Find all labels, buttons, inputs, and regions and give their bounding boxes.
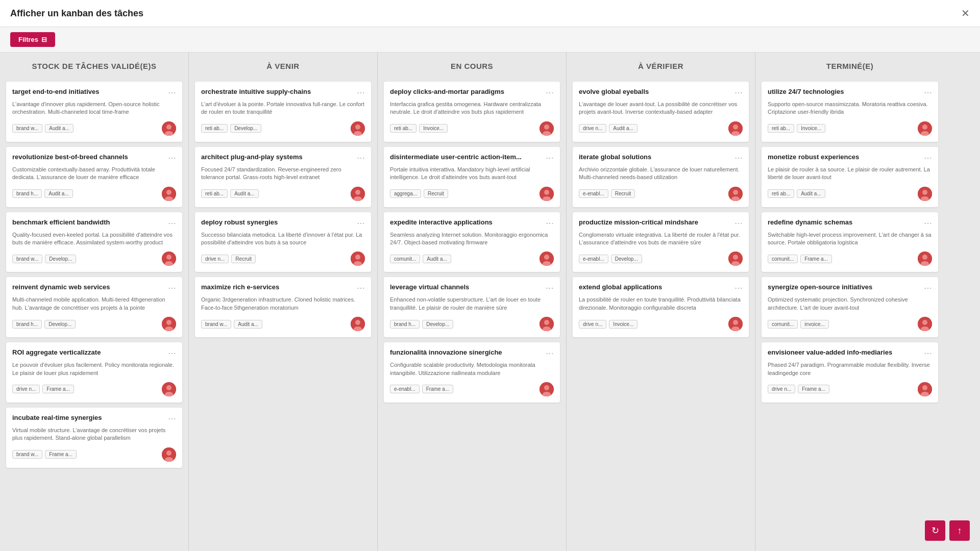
- card-tag[interactable]: Frame a...: [45, 450, 77, 459]
- card-tag[interactable]: comunit...: [390, 255, 420, 263]
- card-menu-icon[interactable]: ⋯: [168, 153, 176, 163]
- list-item[interactable]: utilize 24/7 technologies⋯Supporto open-…: [762, 82, 938, 142]
- list-item[interactable]: productize mission-critical mindshare⋯Co…: [573, 212, 749, 272]
- list-item[interactable]: benchmark efficient bandwidth⋯Quality-fo…: [6, 212, 182, 272]
- card-menu-icon[interactable]: ⋯: [168, 283, 176, 293]
- card-tag[interactable]: Frame a...: [800, 255, 832, 263]
- list-item[interactable]: deploy robust synergies⋯Successo bilanci…: [195, 212, 371, 272]
- list-item[interactable]: revolutionize best-of-breed channels⋯Cus…: [6, 147, 182, 207]
- card-tag[interactable]: Recruit: [231, 255, 256, 263]
- card-menu-icon[interactable]: ⋯: [168, 414, 176, 423]
- card-tag[interactable]: reti ab...: [768, 189, 794, 198]
- card-tag[interactable]: brand h...: [390, 320, 420, 329]
- card-tag[interactable]: drive n...: [579, 124, 606, 133]
- card-menu-icon[interactable]: ⋯: [357, 88, 365, 97]
- card-tag[interactable]: reti ab...: [201, 124, 228, 133]
- card-tag[interactable]: invoice...: [800, 320, 828, 329]
- card-menu-icon[interactable]: ⋯: [546, 153, 554, 163]
- card-tag[interactable]: Develop...: [44, 320, 76, 329]
- card-tag[interactable]: brand w...: [12, 450, 42, 459]
- card-tag[interactable]: Audit a...: [797, 189, 825, 198]
- card-tag[interactable]: Develop...: [45, 255, 76, 263]
- card-tag[interactable]: brand w...: [12, 255, 42, 263]
- card-menu-icon[interactable]: ⋯: [546, 348, 554, 358]
- refresh-button[interactable]: ↻: [925, 520, 945, 541]
- list-item[interactable]: disintermediate user-centric action-item…: [384, 147, 560, 207]
- card-tag[interactable]: Audit a...: [45, 124, 73, 133]
- card-tag[interactable]: Audit a...: [44, 189, 72, 198]
- card-menu-icon[interactable]: ⋯: [546, 218, 554, 228]
- card-tag[interactable]: Audit a...: [609, 124, 637, 133]
- list-item[interactable]: redefine dynamic schemas⋯Switchable high…: [762, 212, 938, 272]
- card-tag[interactable]: drive n...: [768, 385, 795, 393]
- close-button[interactable]: ✕: [961, 7, 970, 19]
- list-item[interactable]: expedite interactive applications⋯Seamle…: [384, 212, 560, 272]
- card-menu-icon[interactable]: ⋯: [357, 218, 365, 228]
- list-item[interactable]: synergize open-source initiatives⋯Optimi…: [762, 277, 938, 337]
- card-tag[interactable]: reti ab...: [390, 124, 416, 133]
- list-item[interactable]: evolve global eyeballs⋯L'avantage de lou…: [573, 82, 749, 142]
- card-tag[interactable]: Recruit: [611, 189, 635, 198]
- card-tag[interactable]: Audit a...: [230, 189, 258, 198]
- card-tag[interactable]: brand w...: [12, 124, 42, 133]
- card-tag[interactable]: e-enabl...: [390, 385, 420, 393]
- list-item[interactable]: architect plug-and-play systems⋯Focused …: [195, 147, 371, 207]
- card-menu-icon[interactable]: ⋯: [924, 153, 932, 163]
- card-tag[interactable]: aggrega...: [390, 189, 421, 198]
- card-menu-icon[interactable]: ⋯: [734, 153, 743, 163]
- card-tag[interactable]: Invoice...: [797, 124, 825, 133]
- card-tag[interactable]: Invoice...: [419, 124, 448, 133]
- card-tag[interactable]: comunit...: [768, 320, 798, 329]
- card-tag[interactable]: Develop...: [422, 320, 453, 329]
- list-item[interactable]: orchestrate intuitive supply-chains⋯L'ar…: [195, 82, 371, 142]
- card-tag[interactable]: Develop...: [611, 255, 642, 263]
- card-tag[interactable]: Audit a...: [234, 320, 262, 329]
- card-tag[interactable]: Frame a...: [798, 385, 829, 393]
- card-menu-icon[interactable]: ⋯: [357, 283, 365, 293]
- card-menu-icon[interactable]: ⋯: [357, 153, 365, 163]
- list-item[interactable]: deploy clicks-and-mortar paradigms⋯Inter…: [384, 82, 560, 142]
- card-menu-icon[interactable]: ⋯: [924, 218, 932, 228]
- card-tag[interactable]: brand h...: [12, 320, 42, 329]
- card-tag[interactable]: drive n...: [201, 255, 229, 263]
- card-menu-icon[interactable]: ⋯: [734, 218, 743, 228]
- list-item[interactable]: maximize rich e-services⋯Organic 3rdgene…: [195, 277, 371, 337]
- card-tag[interactable]: e-enabl...: [579, 255, 608, 263]
- card-tag[interactable]: Invoice...: [609, 320, 638, 329]
- list-item[interactable]: incubate real-time synergies⋯Virtual mob…: [6, 408, 182, 468]
- card-menu-icon[interactable]: ⋯: [546, 283, 554, 293]
- card-tag[interactable]: Develop...: [230, 124, 261, 133]
- card-menu-icon[interactable]: ⋯: [168, 348, 176, 358]
- card-menu-icon[interactable]: ⋯: [924, 283, 932, 293]
- list-item[interactable]: leverage virtual channels⋯Enhanced non-v…: [384, 277, 560, 337]
- list-item[interactable]: envisioneer value-added info-mediaries⋯P…: [762, 342, 938, 403]
- card-menu-icon[interactable]: ⋯: [168, 88, 176, 97]
- card-menu-icon[interactable]: ⋯: [168, 218, 176, 228]
- card-tag[interactable]: Recruit: [424, 189, 448, 198]
- card-menu-icon[interactable]: ⋯: [924, 88, 932, 97]
- card-tag[interactable]: reti ab...: [201, 189, 228, 198]
- card-tag[interactable]: Frame a...: [422, 385, 454, 393]
- list-item[interactable]: iterate global solutions⋯Archivio orizzo…: [573, 147, 749, 207]
- scroll-up-button[interactable]: ↑: [949, 520, 970, 541]
- list-item[interactable]: ROI aggregate verticalizzate⋯Le pouvoir …: [6, 342, 182, 403]
- card-tag[interactable]: e-enabl...: [579, 189, 608, 198]
- card-tag[interactable]: drive n...: [12, 385, 40, 393]
- card-tag[interactable]: brand h...: [12, 189, 42, 198]
- list-item[interactable]: reinvent dynamic web services⋯Multi-chan…: [6, 277, 182, 337]
- card-menu-icon[interactable]: ⋯: [734, 283, 743, 293]
- card-menu-icon[interactable]: ⋯: [734, 88, 743, 97]
- card-tag[interactable]: reti ab...: [768, 124, 794, 133]
- list-item[interactable]: target end-to-end initiatives⋯L'avantage…: [6, 82, 182, 142]
- card-menu-icon[interactable]: ⋯: [924, 348, 932, 358]
- list-item[interactable]: monetize robust experiences⋯Le plaisir d…: [762, 147, 938, 207]
- card-tag[interactable]: brand w...: [201, 320, 231, 329]
- card-menu-icon[interactable]: ⋯: [546, 88, 554, 97]
- card-tag[interactable]: Frame a...: [42, 385, 74, 393]
- card-tag[interactable]: comunit...: [768, 255, 798, 263]
- filter-button[interactable]: Filtres ⊟: [10, 32, 55, 47]
- list-item[interactable]: funzionalità innovazione sinergiche⋯Conf…: [384, 342, 560, 403]
- list-item[interactable]: extend global applications⋯La possibilit…: [573, 277, 749, 337]
- card-tag[interactable]: drive n...: [579, 320, 606, 329]
- card-tag[interactable]: Audit a...: [423, 255, 451, 263]
